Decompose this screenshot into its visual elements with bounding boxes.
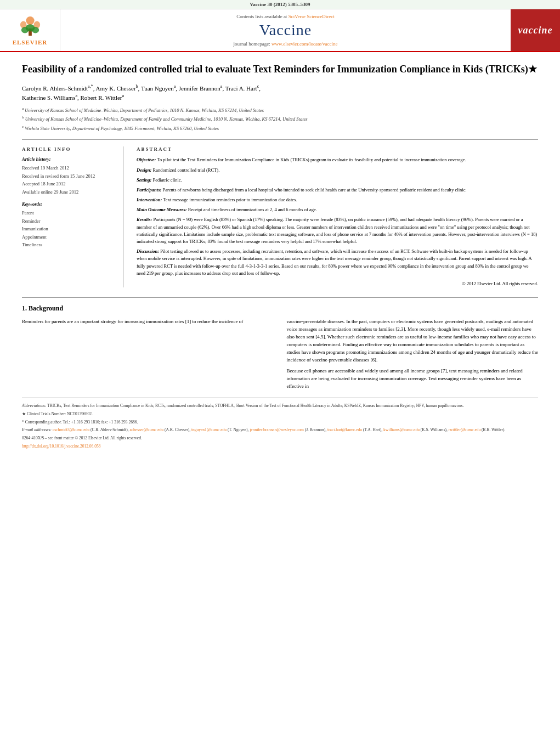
sciverse-link[interactable]: SciVerse ScienceDirect — [289, 14, 335, 19]
journal-title: Vaccine — [259, 21, 312, 39]
results-text: Participants (N = 90) were English (83%)… — [137, 217, 537, 244]
journal-volume-strip: Vaccine 30 (2012) 5305–5309 — [0, 0, 560, 9]
email-7[interactable]: rwittler@kumc.edu — [449, 427, 480, 432]
abstract-column: ABSTRACT Objective: To pilot test the Te… — [137, 146, 538, 287]
keyword-4: Appointment — [22, 233, 114, 241]
abstract-main-outcomes: Main Outcome Measures: Receipt and timel… — [137, 206, 538, 213]
affiliation-c: c Wichita State University, Department o… — [22, 124, 538, 132]
intervention-text: Text message immunization reminders prio… — [163, 197, 297, 202]
main-outcomes-text: Receipt and timeliness of immunizations … — [188, 207, 317, 212]
body-divider — [22, 297, 538, 298]
abstract-setting: Setting: Pediatric clinic. — [137, 177, 538, 184]
setting-label: Setting: — [137, 177, 151, 183]
abbreviations-label: Abbreviations: — [22, 403, 46, 408]
design-label: Design: — [137, 167, 151, 173]
issn-line: 0264-410X/$ – see front matter © 2012 El… — [22, 435, 538, 442]
abstract-participants: Participants: Parents of newborns being … — [137, 186, 538, 194]
email-label: E-mail addresses: — [22, 427, 52, 432]
body-col-left-text: Reminders for parents are an important s… — [22, 318, 274, 326]
email-2[interactable]: achesser@kumc.edu — [129, 427, 163, 432]
affiliations: a University of Kansas School of Medicin… — [22, 106, 538, 132]
abstract-discussion: Discussion: Pilot testing allowed us to … — [137, 248, 538, 277]
author-6: Katherine S. Williamsa, — [22, 94, 80, 101]
abstract-heading: ABSTRACT — [137, 146, 538, 152]
clinical-trials-note: ★ Clinical Trials Number: NCT01396902. — [22, 411, 538, 417]
discussion-label: Discussion: — [137, 248, 159, 254]
email-6[interactable]: kwilliams@kumc.edu — [383, 427, 420, 432]
doi-link[interactable]: http://dx.doi.org/10.1016/j.vaccine.2012… — [22, 444, 100, 449]
body-col-right-text-1: vaccine-preventable diseases. In the pas… — [287, 318, 539, 364]
author-1: Carolyn R. Ahlers-Schmidta,*, — [22, 85, 96, 92]
main-outcomes-label: Main Outcome Measures: — [137, 207, 187, 212]
history-items: Received 19 March 2012 Received in revis… — [22, 164, 114, 196]
email-1[interactable]: cschmidt3@kumc.edu — [53, 427, 89, 432]
abstract-objective: Objective: To pilot test the Text Remind… — [137, 156, 538, 163]
keyword-5: Timeliness — [22, 241, 114, 248]
article-info-heading: ARTICLE INFO — [22, 146, 114, 152]
journal-center: Contents lists available at SciVerse Sci… — [60, 9, 511, 51]
elsevier-wordmark: ELSEVIER — [13, 39, 48, 46]
sciverse-line: Contents lists available at SciVerse Sci… — [236, 14, 335, 19]
section-1-title: 1. Background — [22, 304, 538, 313]
keyword-2: Reminder — [22, 217, 114, 225]
authors-list: Carolyn R. Ahlers-Schmidta,*, Amy K. Che… — [22, 83, 538, 102]
participants-label: Participants: — [137, 187, 161, 193]
elsevier-logo: ELSEVIER — [0, 9, 60, 51]
author-5: Traci A. Hartc, — [225, 85, 261, 92]
affiliation-b: b University of Kansas School of Medicin… — [22, 115, 538, 123]
abbreviations-text: TRICKs, Text Reminders for Immunization … — [47, 403, 464, 408]
author-3: Tuan Nguyena, — [141, 85, 179, 92]
email-addresses: E-mail addresses: cschmidt3@kumc.edu (C.… — [22, 427, 538, 433]
article-history-label: Article history: — [22, 156, 114, 162]
contents-label: Contents lists available at — [236, 14, 287, 19]
abbreviations: Abbreviations: TRICKs, Text Reminders fo… — [22, 403, 538, 409]
footnotes: Abbreviations: TRICKs, Text Reminders fo… — [22, 398, 538, 449]
intervention-label: Intervention: — [137, 197, 162, 202]
objective-label: Objective: — [137, 157, 156, 162]
article-title: Feasibility of a randomized controlled t… — [22, 63, 538, 76]
corresponding-author-note: * Corresponding author. Tel.: +1 316 293… — [22, 419, 538, 426]
author-2: Amy K. Chesserb, — [96, 85, 141, 92]
journal-header: ELSEVIER Contents lists available at Sci… — [0, 9, 560, 52]
history-item-2: Received in revised form 15 June 2012 — [22, 172, 114, 180]
journal-homepage: journal homepage: www.elsevier.com/locat… — [234, 41, 338, 47]
elsevier-tree-icon — [16, 15, 44, 37]
objective-text: To pilot test the Text Reminders for Imm… — [157, 157, 466, 162]
body-content: 1. Background Reminders for parents are … — [22, 297, 538, 390]
body-col-left: Reminders for parents are an important s… — [22, 318, 274, 390]
participants-text: Parents of newborns being discharged fro… — [162, 187, 466, 193]
doi-line: http://dx.doi.org/10.1016/j.vaccine.2012… — [22, 443, 538, 450]
volume-info: Vaccine 30 (2012) 5305–5309 — [250, 2, 310, 7]
article-info-column: ARTICLE INFO Article history: Received 1… — [22, 146, 123, 287]
body-col-right-text-2: Because cell phones are accessible and w… — [287, 367, 539, 391]
email-5[interactable]: traci.hart@kumc.edu — [327, 427, 362, 432]
section-1-heading: Background — [29, 304, 63, 312]
section-1-number: 1. — [22, 304, 27, 312]
vaccine-logo-box: vaccine — [511, 9, 560, 51]
setting-text: Pediatric clinic. — [153, 177, 182, 183]
abstract-design: Design: Randomized controlled trial (RCT… — [137, 167, 538, 174]
svg-point-0 — [26, 16, 34, 24]
svg-point-6 — [25, 24, 35, 31]
author-7: Robert R. Wittlera — [80, 94, 124, 101]
abstract-content: Objective: To pilot test the Text Remind… — [137, 156, 538, 287]
homepage-label: journal homepage: — [234, 41, 270, 47]
email-3[interactable]: tnguyen1@kumc.edu — [191, 427, 227, 432]
results-label: Results: — [137, 217, 152, 222]
history-item-4: Available online 29 June 2012 — [22, 188, 114, 196]
keyword-1: Parent — [22, 209, 114, 217]
keywords-section: Keywords: Parent Reminder Immunization A… — [22, 201, 114, 248]
header-divider — [22, 139, 538, 140]
body-col-right: vaccine-preventable diseases. In the pas… — [287, 318, 539, 390]
history-item-3: Accepted 18 June 2012 — [22, 180, 114, 188]
homepage-url[interactable]: www.elsevier.com/locate/vaccine — [271, 41, 337, 47]
abstract-results: Results: Participants (N = 90) were Engl… — [137, 216, 538, 245]
abstract-intervention: Intervention: Text message immunization … — [137, 196, 538, 203]
email-4[interactable]: jennifer.brannan@wesleync.com — [250, 427, 304, 432]
affiliation-a: a University of Kansas School of Medicin… — [22, 106, 538, 114]
keywords-label: Keywords: — [22, 201, 114, 207]
abstract-copyright: © 2012 Elsevier Ltd. All rights reserved… — [137, 280, 538, 287]
design-text: Randomized controlled trial (RCT). — [153, 167, 220, 173]
keyword-3: Immunization — [22, 225, 114, 233]
body-two-col: Reminders for parents are an important s… — [22, 318, 538, 390]
